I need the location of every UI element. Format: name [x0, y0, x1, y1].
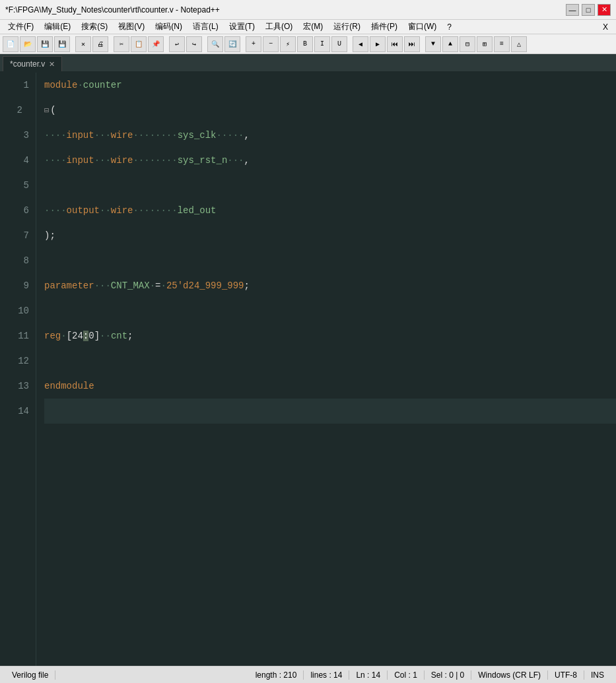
line-num-7: 7 [0, 223, 29, 248]
status-filetype: Verilog file [5, 670, 55, 680]
status-sel: Sel : 0 | 0 [425, 670, 471, 680]
menu-file[interactable]: 文件(F) [3, 20, 39, 34]
tab-bar: *counter.v ✕ [0, 54, 616, 73]
tb-b10[interactable]: ⊟ [460, 36, 475, 52]
tb-close[interactable]: ✕ [75, 36, 91, 52]
menu-close-x[interactable]: X [598, 21, 613, 33]
title-text: *F:\FPGA\My_Study_Notes\counter\rtl\coun… [5, 5, 220, 15]
menu-window[interactable]: 窗口(W) [403, 20, 442, 34]
menu-edit[interactable]: 编辑(E) [39, 20, 76, 34]
menu-view[interactable]: 视图(V) [113, 20, 150, 34]
code-line-8 [44, 248, 616, 273]
line-num-8: 8 [0, 248, 29, 273]
line-num-4: 4 [0, 148, 29, 173]
menu-search[interactable]: 搜索(S) [76, 20, 113, 34]
menu-encode[interactable]: 编码(N) [150, 20, 188, 34]
tb-b1[interactable]: B [297, 36, 313, 52]
tb-zoom-out[interactable]: − [263, 36, 279, 52]
menu-run[interactable]: 运行(R) [328, 20, 366, 34]
tb-open[interactable]: 📂 [20, 36, 36, 52]
line-num-9: 9 [0, 273, 29, 298]
tb-b12[interactable]: ≡ [494, 36, 510, 52]
tb-b9[interactable]: ▲ [442, 36, 458, 52]
tb-paste[interactable]: 📌 [148, 36, 164, 52]
code-area[interactable]: module·counter ⊟( ····input···wire······… [36, 73, 616, 666]
menu-plugins[interactable]: 插件(P) [366, 20, 403, 34]
tb-cut[interactable]: ✂ [114, 36, 129, 52]
code-line-11: reg·[24:0]··cnt; [44, 323, 616, 348]
menu-tools[interactable]: 工具(O) [260, 20, 298, 34]
menu-bar: 文件(F) 编辑(E) 搜索(S) 视图(V) 编码(N) 语言(L) 设置(T… [0, 20, 616, 34]
tb-print[interactable]: 🖨 [92, 36, 108, 52]
line-num-12: 12 [0, 348, 29, 374]
tb-b6[interactable]: ⏮ [387, 36, 403, 52]
tb-save[interactable]: 💾 [37, 36, 53, 52]
code-line-14 [44, 399, 616, 424]
close-button[interactable]: ✕ [598, 4, 611, 16]
editor-container: 1 2 3 4 5 6 7 8 9 10 11 12 13 14 module·… [0, 73, 616, 666]
tb-redo[interactable]: ↪ [186, 36, 202, 52]
code-line-10 [44, 298, 616, 323]
code-line-5 [44, 173, 616, 198]
tb-new[interactable]: 📄 [3, 36, 18, 52]
code-line-9: parameter···CNT_MAX·=·25'd24_999_999; [44, 273, 616, 298]
code-line-1: module·counter [44, 73, 616, 98]
code-line-2: ⊟( [44, 98, 616, 123]
tb-b13[interactable]: △ [511, 36, 527, 52]
line-num-11: 11 [0, 323, 29, 348]
line-num-1: 1 [0, 73, 29, 98]
maximize-button[interactable]: □ [582, 4, 595, 16]
tb-b11[interactable]: ⊞ [477, 36, 493, 52]
tb-saveall[interactable]: 💾 [54, 36, 70, 52]
tb-find[interactable]: 🔍 [207, 36, 223, 52]
line-num-13: 13 [0, 374, 29, 399]
tb-b4[interactable]: ◀ [353, 36, 368, 52]
status-lines: lines : 14 [304, 670, 349, 680]
status-length: length : 210 [249, 670, 304, 680]
code-line-6: ····output··wire········led_out [44, 198, 616, 223]
tb-b3[interactable]: U [331, 36, 347, 52]
tb-zoom-in[interactable]: + [246, 36, 261, 52]
status-ins: INS [584, 670, 611, 680]
code-line-4: ····input···wire········sys_rst_n···, [44, 148, 616, 173]
tb-b5[interactable]: ▶ [370, 36, 386, 52]
status-ln: Ln : 14 [349, 670, 388, 680]
menu-lang[interactable]: 语言(L) [188, 20, 224, 34]
toolbar: 📄 📂 💾 💾 ✕ 🖨 ✂ 📋 📌 ↩ ↪ 🔍 🔄 + − ⚡ B I U ◀ … [0, 34, 616, 54]
code-line-7: ); [44, 223, 616, 248]
line-num-6: 6 [0, 198, 29, 223]
line-num-14: 14 [0, 399, 29, 424]
menu-macro[interactable]: 宏(M) [298, 20, 328, 34]
code-line-13: endmodule [44, 374, 616, 399]
tb-replace[interactable]: 🔄 [224, 36, 240, 52]
code-line-3: ····input···wire········sys_clk·····, [44, 123, 616, 148]
minimize-button[interactable]: — [566, 4, 579, 16]
status-col: Col : 1 [388, 670, 425, 680]
tb-b7[interactable]: ⏭ [404, 36, 420, 52]
line-numbers: 1 2 3 4 5 6 7 8 9 10 11 12 13 14 [0, 73, 36, 666]
tab-close-icon[interactable]: ✕ [49, 60, 55, 69]
status-bar: Verilog file length : 210 lines : 14 Ln … [0, 666, 616, 683]
tb-b8[interactable]: ▼ [425, 36, 441, 52]
tab-label: *counter.v [10, 59, 45, 69]
line-num-2: 2 [0, 98, 29, 123]
line-num-10: 10 [0, 298, 29, 323]
line-num-3: 3 [0, 123, 29, 148]
tb-copy[interactable]: 📋 [131, 36, 147, 52]
tab-counter-v[interactable]: *counter.v ✕ [3, 56, 62, 71]
tb-b2[interactable]: I [314, 36, 330, 52]
status-encoding: Windows (CR LF) [471, 670, 548, 680]
title-bar: *F:\FPGA\My_Study_Notes\counter\rtl\coun… [0, 0, 616, 20]
tb-undo[interactable]: ↩ [169, 36, 185, 52]
code-line-12 [44, 348, 616, 374]
tb-sync[interactable]: ⚡ [280, 36, 296, 52]
line-num-5: 5 [0, 173, 29, 198]
status-charset: UTF-8 [548, 670, 584, 680]
menu-settings[interactable]: 设置(T) [224, 20, 260, 34]
title-controls: — □ ✕ [566, 4, 611, 16]
menu-help[interactable]: ? [442, 21, 457, 33]
